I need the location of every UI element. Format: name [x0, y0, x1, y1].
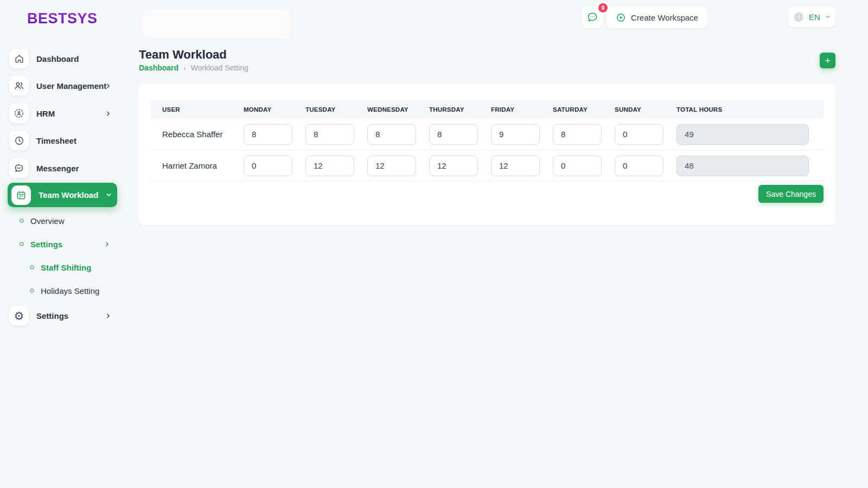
- column-header: USER: [151, 106, 244, 113]
- sidebar-label: Timesheet: [36, 136, 76, 145]
- hours-input-tuesday[interactable]: [305, 124, 354, 145]
- sidebar-subitem-staff-shifting[interactable]: Staff Shifting: [0, 258, 119, 277]
- sidebar-label: Messenger: [36, 164, 79, 173]
- breadcrumb-dashboard-link[interactable]: Dashboard: [139, 63, 178, 72]
- hours-input-monday[interactable]: [244, 124, 292, 145]
- hours-input-wednesday[interactable]: [367, 124, 416, 145]
- language-selector[interactable]: EN: [788, 7, 835, 27]
- workload-card: USERMONDAYTUESDAYWEDNESDAYTHURSDAYFRIDAY…: [139, 84, 835, 225]
- language-code: EN: [809, 12, 820, 22]
- sidebar-item-user-management[interactable]: User Management: [0, 74, 119, 98]
- chevron-right-icon: [105, 312, 112, 319]
- workload-table: USERMONDAYTUESDAYWEDNESDAYTHURSDAYFRIDAY…: [151, 100, 824, 182]
- hours-input-saturday[interactable]: [553, 124, 602, 145]
- brand-logo: BESTSYS: [27, 10, 98, 27]
- hours-input-friday[interactable]: [491, 124, 540, 145]
- chevron-right-icon: [105, 82, 112, 89]
- messenger-icon: [9, 158, 29, 178]
- column-header: TOTAL HOURS: [676, 106, 824, 113]
- table-row: Harriet Zamora: [151, 150, 824, 182]
- bullet-icon: [20, 219, 24, 223]
- subitem-label: Staff Shifting: [41, 263, 91, 272]
- clock-icon: [9, 131, 29, 150]
- subitem-label: Settings: [30, 240, 62, 249]
- hrm-icon: [9, 104, 29, 123]
- home-icon: [9, 49, 29, 68]
- hours-input-thursday[interactable]: [429, 124, 478, 145]
- bullet-icon: [30, 265, 34, 269]
- sidebar-label: HRM: [36, 109, 55, 118]
- sidebar-item-hrm[interactable]: HRM: [0, 101, 119, 125]
- breadcrumb-separator: ›: [183, 64, 186, 72]
- total-hours-value: [676, 124, 809, 145]
- gear-glyph: ⚙: [14, 310, 24, 322]
- sidebar-label: User Management: [36, 81, 106, 91]
- column-header: SUNDAY: [615, 106, 676, 113]
- sidebar-label: Dashboard: [36, 54, 79, 63]
- users-icon: [9, 76, 29, 95]
- sidebar-subitem-holidays-setting[interactable]: Holidays Setting: [0, 281, 119, 300]
- globe-icon: [793, 11, 805, 23]
- bullet-icon: [30, 288, 34, 293]
- user-name: Harriet Zamora: [151, 161, 244, 170]
- hours-input-sunday[interactable]: [615, 156, 663, 176]
- messages-button[interactable]: 0: [582, 7, 603, 28]
- subitem-label: Holidays Setting: [41, 286, 99, 296]
- sidebar-label: Settings: [36, 311, 68, 320]
- hours-input-saturday[interactable]: [553, 156, 602, 176]
- sidebar-subitem-settings[interactable]: Settings: [0, 234, 119, 254]
- gear-icon: ⚙: [9, 306, 29, 325]
- user-name: Rebecca Shaffer: [151, 130, 244, 139]
- chevron-down-icon: [105, 191, 112, 198]
- sidebar-item-messenger[interactable]: Messenger: [0, 156, 119, 180]
- search-area[interactable]: [142, 10, 290, 38]
- sidebar-item-timesheet[interactable]: Timesheet: [0, 129, 119, 152]
- bullet-icon: [20, 242, 24, 246]
- hours-input-thursday[interactable]: [429, 156, 478, 176]
- column-header: SATURDAY: [553, 106, 615, 113]
- breadcrumb: Dashboard › Workload Setting: [139, 63, 248, 72]
- sidebar-subitem-overview[interactable]: Overview: [0, 211, 119, 230]
- create-workspace-label: Create Workspace: [631, 13, 698, 22]
- calendar-icon: [11, 185, 31, 205]
- hours-input-tuesday[interactable]: [305, 156, 354, 176]
- page-title: Team Workload: [139, 48, 227, 62]
- sidebar-label: Team Workload: [39, 190, 98, 200]
- hours-input-monday[interactable]: [244, 156, 292, 176]
- sidebar-item-dashboard[interactable]: Dashboard: [0, 47, 119, 70]
- column-header: TUESDAY: [305, 106, 367, 113]
- chevron-down-icon: [825, 14, 831, 20]
- column-header: THURSDAY: [429, 106, 491, 113]
- table-header-row: USERMONDAYTUESDAYWEDNESDAYTHURSDAYFRIDAY…: [151, 100, 824, 119]
- column-header: WEDNESDAY: [367, 106, 429, 113]
- sidebar-item-settings[interactable]: ⚙ Settings: [0, 304, 119, 328]
- column-header: FRIDAY: [491, 106, 553, 113]
- chat-bubble-icon: [586, 11, 598, 23]
- total-hours-value: [676, 156, 809, 176]
- create-workspace-button[interactable]: Create Workspace: [607, 7, 707, 28]
- subitem-label: Overview: [30, 216, 65, 226]
- chevron-right-icon: [105, 110, 112, 117]
- hours-input-sunday[interactable]: [615, 124, 663, 145]
- hours-input-wednesday[interactable]: [367, 156, 416, 176]
- save-changes-button[interactable]: Save Changes: [758, 185, 824, 203]
- column-header: MONDAY: [244, 106, 305, 113]
- sidebar-item-team-workload[interactable]: Team Workload: [8, 183, 117, 207]
- chevron-right-icon: [104, 241, 111, 248]
- breadcrumb-current: Workload Setting: [190, 63, 248, 72]
- hours-input-friday[interactable]: [491, 156, 540, 176]
- table-row: Rebecca Shaffer: [151, 119, 824, 150]
- add-button[interactable]: +: [820, 53, 835, 68]
- plus-circle-icon: [616, 12, 626, 23]
